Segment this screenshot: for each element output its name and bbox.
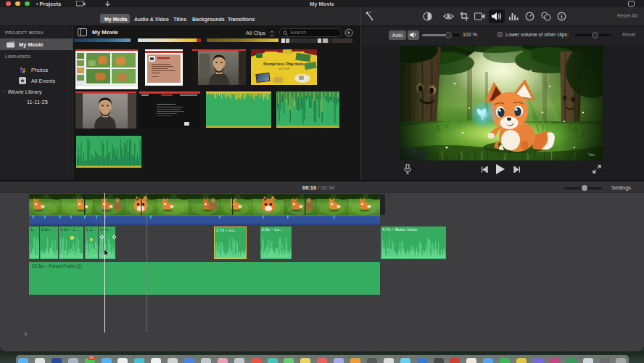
svg-text:Veo: Veo: [588, 152, 595, 157]
